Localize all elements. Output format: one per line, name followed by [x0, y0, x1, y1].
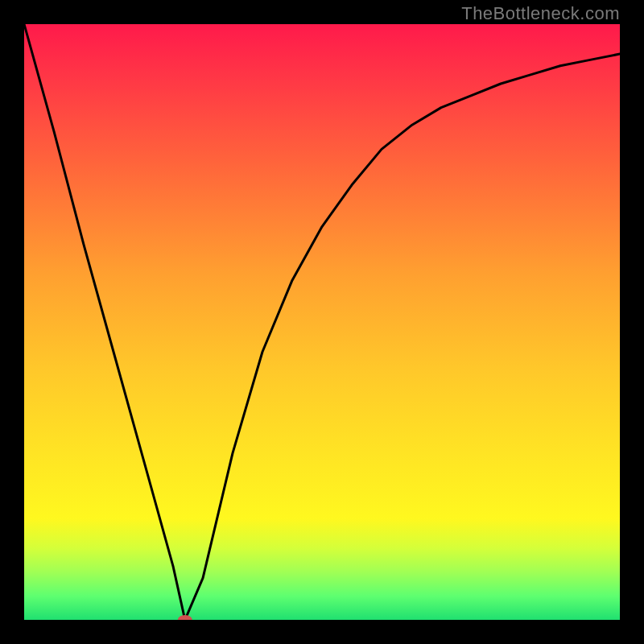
curve-svg [24, 24, 620, 620]
bottleneck-curve [24, 24, 620, 620]
chart-frame: TheBottleneck.com [0, 0, 644, 644]
minimum-marker [178, 615, 192, 620]
plot-area [24, 24, 620, 620]
watermark-text: TheBottleneck.com [461, 3, 620, 24]
